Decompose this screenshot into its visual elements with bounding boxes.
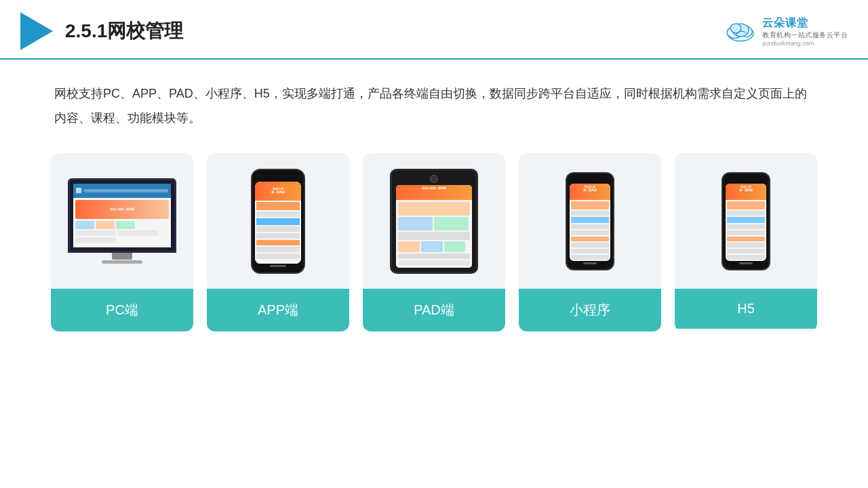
brand-text: 云朵课堂 教育机构一站式服务云平台 yunduoketang.com	[762, 16, 848, 47]
cards-container: 职进人的第一堂网课	[0, 146, 868, 352]
card-pad: 职进人的第一堂网课 PAD端	[363, 153, 505, 331]
app-device-mock: 职进人的第一堂网课	[251, 169, 305, 274]
page-title: 2.5.1网校管理	[65, 18, 183, 44]
card-pad-label: PAD端	[363, 289, 505, 331]
description-text: 网校支持PC、APP、PAD、小程序、H5，实现多端打通，产品各终端自由切换，数…	[0, 60, 868, 146]
card-pad-image: 职进人的第一堂网课	[363, 153, 505, 289]
h5-device-mock: 职进人的第一堂网课	[722, 172, 770, 270]
card-pc-label: PC端	[51, 289, 193, 331]
card-mini-label: 小程序	[519, 289, 661, 331]
brand-logo: 云朵课堂 教育机构一站式服务云平台 yunduoketang.com	[723, 16, 848, 47]
pc-device-mock: 职进人的第一堂网课	[64, 178, 180, 264]
mini-device-mock: 职进人的第一堂网课	[566, 172, 614, 270]
card-pc: 职进人的第一堂网课	[51, 153, 193, 331]
description-content: 网校支持PC、APP、PAD、小程序、H5，实现多端打通，产品各终端自由切换，数…	[54, 87, 807, 125]
card-app-image: 职进人的第一堂网课	[207, 153, 349, 289]
brand-name: 云朵课堂	[762, 16, 808, 30]
brand-url: yunduoketang.com	[762, 40, 814, 47]
header: 2.5.1网校管理 云朵课堂 教育机构一站式服务云平台 yunduoketang…	[0, 0, 868, 60]
header-right: 云朵课堂 教育机构一站式服务云平台 yunduoketang.com	[723, 16, 848, 47]
card-pc-image: 职进人的第一堂网课	[51, 153, 193, 289]
cloud-icon	[723, 18, 758, 44]
pad-device-mock: 职进人的第一堂网课	[390, 169, 478, 274]
card-app: 职进人的第一堂网课 APP端	[207, 153, 349, 331]
card-h5-label: H5	[675, 289, 817, 329]
header-left: 2.5.1网校管理	[20, 12, 183, 50]
card-mini: 职进人的第一堂网课 小程序	[519, 153, 661, 331]
card-app-label: APP端	[207, 289, 349, 331]
card-mini-image: 职进人的第一堂网课	[519, 153, 661, 289]
play-triangle-icon	[20, 12, 53, 50]
brand-slogan: 教育机构一站式服务云平台	[762, 30, 848, 40]
card-h5-image: 职进人的第一堂网课	[675, 153, 817, 289]
card-h5: 职进人的第一堂网课 H5	[675, 153, 817, 331]
